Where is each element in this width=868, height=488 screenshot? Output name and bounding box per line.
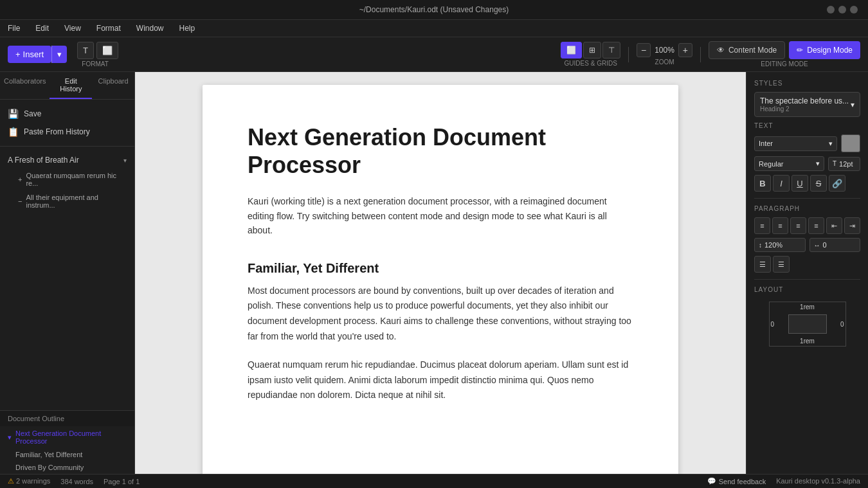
document-area[interactable]: Next Generation Document Processor Kauri… xyxy=(135,72,746,474)
design-mode-icon: ✏ xyxy=(797,46,803,55)
font-size-icon: T xyxy=(833,160,836,167)
editing-mode-section: 👁 Content Mode ✏ Design Mode EDITING MOD… xyxy=(709,41,860,68)
design-mode-button[interactable]: ✏ Design Mode xyxy=(789,41,860,59)
font-size-input[interactable]: T 12pt xyxy=(828,157,860,171)
line-spacing-value: 120% xyxy=(764,241,782,249)
line-spacing-input[interactable]: ↕ 120% xyxy=(754,238,806,252)
sidebar-sub-item-1[interactable]: + Quaerat numquam rerum hic re... xyxy=(0,168,134,190)
menu-file[interactable]: File xyxy=(5,23,23,34)
font-family-select[interactable]: Inter ▾ xyxy=(754,136,837,151)
section-heading-1[interactable]: Familiar, Yet Different xyxy=(248,261,633,276)
align-center-button[interactable]: ≡ xyxy=(772,217,788,234)
insert-label: Insert xyxy=(23,50,44,59)
sidebar-tabs: Collaborators Edit History Clipboard xyxy=(0,72,134,100)
right-panel: STYLES The spectacle before us... Headin… xyxy=(746,72,868,474)
align-right-button[interactable]: ≡ xyxy=(790,217,806,234)
zoom-in-button[interactable]: + xyxy=(678,43,692,57)
format-buttons: T ⬜ xyxy=(77,42,118,59)
unordered-list-button[interactable]: ☰ xyxy=(754,256,771,273)
font-family-value: Inter xyxy=(759,140,773,147)
sidebar-sub-item-2[interactable]: − All their equipment and instrum... xyxy=(0,190,134,212)
char-spacing-value: 0 xyxy=(823,241,827,249)
insert-button[interactable]: + Insert xyxy=(8,46,51,63)
text-color-swatch[interactable] xyxy=(841,134,860,152)
content-mode-icon: 👁 xyxy=(717,46,725,55)
traffic-lights xyxy=(827,6,858,14)
title-bar: ~/Documents/Kauri.odt (Unsaved Changes) xyxy=(0,0,868,20)
warning-icon: ⚠ xyxy=(8,477,14,485)
link-button[interactable]: 🔗 xyxy=(829,175,845,192)
menu-bar: File Edit View Format Window Help xyxy=(0,20,868,37)
format-image-button[interactable]: ⬜ xyxy=(96,42,118,59)
outline-header: Document Outline xyxy=(0,411,134,426)
format-buttons-row: B I U S 🔗 xyxy=(754,175,860,192)
document-title[interactable]: Next Generation Document Processor xyxy=(248,123,633,179)
zoom-label: ZOOM xyxy=(655,59,674,66)
plus-icon: + xyxy=(15,50,21,59)
outline-item-1[interactable]: ▾ Next Generation Document Processor xyxy=(0,426,134,448)
align-left-button[interactable]: ≡ xyxy=(754,217,770,234)
insert-dropdown-button[interactable]: ▾ xyxy=(51,46,67,63)
section-paragraph-2[interactable]: Quaerat numquam rerum hic repudiandae. D… xyxy=(248,357,633,403)
bold-button[interactable]: B xyxy=(754,175,771,192)
strikethrough-button[interactable]: S xyxy=(810,175,827,192)
view-btn-ruler[interactable]: ⊤ xyxy=(602,42,620,59)
view-btn-left[interactable]: ⬜ xyxy=(561,42,582,59)
status-right: 💬 Send feedback Kauri desktop v0.1.3-alp… xyxy=(707,477,860,485)
layout-inner-box xyxy=(788,314,827,334)
chevron-icon: ▾ xyxy=(123,157,127,164)
mode-buttons: 👁 Content Mode ✏ Design Mode xyxy=(709,41,860,59)
paragraph-section-title: PARAGRAPH xyxy=(754,205,860,212)
view-btn-grid[interactable]: ⊞ xyxy=(583,42,601,59)
zoom-control: − 100% + xyxy=(637,43,692,57)
sidebar: Collaborators Edit History Clipboard 💾 S… xyxy=(0,72,135,474)
paste-icon: 📋 xyxy=(8,127,19,137)
ordered-list-button[interactable]: ☰ xyxy=(773,256,790,273)
tab-collaborators[interactable]: Collaborators xyxy=(0,72,50,99)
menu-format[interactable]: Format xyxy=(94,23,123,34)
version-label: Kauri desktop v0.1.3-alpha xyxy=(776,477,860,485)
traffic-light-3 xyxy=(850,6,858,14)
outline-sub-item-2[interactable]: Driven By Community xyxy=(0,461,134,474)
save-icon: 💾 xyxy=(8,109,19,119)
document-page: Next Generation Document Processor Kauri… xyxy=(203,85,678,474)
tab-clipboard[interactable]: Clipboard xyxy=(92,72,134,99)
save-label: Save xyxy=(24,109,41,118)
outline-sub-item-1[interactable]: Familiar, Yet Different xyxy=(0,448,134,461)
section-paragraph-1[interactable]: Most document processors are bound by co… xyxy=(248,284,633,345)
status-bar: ⚠ 2 warnings 384 words Page 1 of 1 💬 Sen… xyxy=(0,474,868,488)
char-spacing-input[interactable]: ↔ 0 xyxy=(809,238,861,252)
indent-decrease-button[interactable]: ⇤ xyxy=(826,217,842,234)
traffic-light-1 xyxy=(827,6,835,14)
menu-view[interactable]: View xyxy=(62,23,84,34)
zoom-out-button[interactable]: − xyxy=(637,43,651,57)
paste-label: Paste From History xyxy=(24,127,90,136)
menu-window[interactable]: Window xyxy=(134,23,167,34)
sidebar-content: 💾 Save 📋 Paste From History A Fresh of B… xyxy=(0,100,134,410)
toolbar: + Insert ▾ T ⬜ FORMAT ⬜ ⊞ ⊤ GUIDES & GRI… xyxy=(0,37,868,72)
italic-button[interactable]: I xyxy=(773,175,790,192)
align-buttons-row: ≡ ≡ ≡ ≡ ⇤ ⇥ xyxy=(754,217,860,234)
char-spacing-icon: ↔ xyxy=(814,242,820,249)
format-text-button[interactable]: T xyxy=(77,42,94,59)
align-justify-button[interactable]: ≡ xyxy=(808,217,824,234)
outline-section: Document Outline ▾ Next Generation Docum… xyxy=(0,410,134,474)
style-dropdown[interactable]: The spectacle before us... Heading 2 ▾ xyxy=(754,92,860,117)
menu-help[interactable]: Help xyxy=(177,23,198,34)
sidebar-save[interactable]: 💾 Save xyxy=(0,105,134,123)
underline-button[interactable]: U xyxy=(791,175,808,192)
sidebar-paste-from-history[interactable]: 📋 Paste From History xyxy=(0,123,134,141)
sub-item-label-2: All their equipment and instrum... xyxy=(26,194,127,209)
menu-edit[interactable]: Edit xyxy=(33,23,51,34)
sidebar-section-header[interactable]: A Fresh of Breath Air ▾ xyxy=(0,152,134,168)
insert-button-group: + Insert ▾ xyxy=(8,46,67,63)
tab-edit-history[interactable]: Edit History xyxy=(50,72,92,99)
guides-section: ⬜ ⊞ ⊤ GUIDES & GRIDS xyxy=(561,42,620,67)
font-style-select[interactable]: Regular ▾ xyxy=(754,156,824,171)
layout-top-value: 1rem xyxy=(800,303,815,311)
indent-increase-button[interactable]: ⇥ xyxy=(844,217,860,234)
spacing-row: ↕ 120% ↔ 0 xyxy=(754,238,860,252)
content-mode-button[interactable]: 👁 Content Mode xyxy=(709,41,785,59)
document-intro[interactable]: Kauri (working title) is a next generati… xyxy=(248,194,633,237)
send-feedback-button[interactable]: 💬 Send feedback xyxy=(707,477,766,485)
